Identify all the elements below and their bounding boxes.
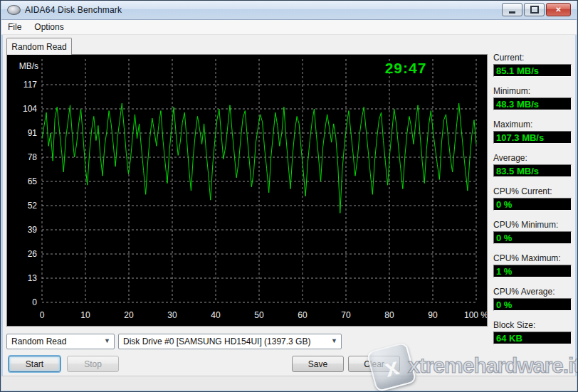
stat-label: CPU% Minimum: (493, 220, 572, 230)
tab-label: Random Read (11, 42, 66, 52)
svg-text:26: 26 (28, 249, 38, 259)
stat-group: Current:85.1 MB/s (493, 53, 572, 77)
stat-group: CPU% Minimum:0 % (493, 220, 572, 244)
svg-text:13: 13 (28, 273, 38, 283)
stop-button[interactable]: Stop (67, 356, 119, 372)
chart-gridlines (42, 59, 476, 302)
status-bar (1, 376, 577, 391)
stat-group: CPU% Average:0 % (493, 287, 572, 311)
stat-value-box: 48.3 MB/s (493, 97, 572, 110)
svg-text:70: 70 (341, 310, 351, 320)
close-button[interactable]: ✕ (546, 3, 571, 16)
stat-group: Minimum:48.3 MB/s (493, 86, 572, 110)
svg-text:65: 65 (28, 176, 38, 186)
window-title: AIDA64 Disk Benchmark (25, 5, 122, 15)
svg-text:60: 60 (298, 310, 308, 320)
svg-text:30: 30 (167, 310, 177, 320)
svg-text:117: 117 (23, 80, 37, 90)
svg-text:40: 40 (211, 310, 221, 320)
svg-text:0: 0 (40, 310, 45, 320)
disk-drive-value: Disk Drive #0 [SAMSUNG HD154UI] (1397.3 … (123, 337, 310, 346)
stat-value-box: 0 % (493, 198, 572, 211)
svg-text:90: 90 (428, 310, 438, 320)
benchmark-chart: MB/s117104917865523926130010203040506070… (7, 55, 487, 326)
maximize-icon (530, 6, 539, 14)
stat-label: CPU% Current: (493, 186, 572, 196)
save-button[interactable]: Save (292, 356, 344, 372)
app-disk-icon (7, 5, 21, 15)
stat-label: Current: (493, 53, 572, 63)
svg-text:78: 78 (28, 152, 38, 162)
title-bar[interactable]: AIDA64 Disk Benchmark ✕ (1, 1, 577, 20)
svg-text:0: 0 (32, 297, 37, 307)
close-icon: ✕ (555, 6, 561, 14)
menu-options[interactable]: Options (33, 21, 70, 34)
menu-bar: File Options (1, 20, 577, 35)
stat-group: Average:83.5 MB/s (493, 153, 572, 177)
stat-group: Maximum:107.3 MB/s (493, 120, 572, 144)
start-button[interactable]: Start (9, 356, 61, 372)
svg-text:52: 52 (28, 201, 38, 211)
stat-label: Average: (493, 153, 572, 163)
svg-text:50: 50 (254, 310, 264, 320)
svg-text:39: 39 (28, 225, 38, 235)
svg-text:91: 91 (28, 128, 38, 138)
maximize-button[interactable] (524, 3, 545, 16)
stat-label: CPU% Average: (493, 287, 572, 297)
stat-label: Minimum: (493, 86, 572, 96)
stat-label: CPU% Maximum: (493, 253, 572, 263)
stat-group: Block Size:64 KB (493, 320, 572, 344)
y-axis-unit: MB/s (19, 61, 38, 71)
svg-text:20: 20 (124, 310, 134, 320)
disk-drive-select[interactable]: Disk Drive #0 [SAMSUNG HD154UI] (1397.3 … (118, 334, 342, 349)
app-window: AIDA64 Disk Benchmark ✕ File Options Ran… (0, 0, 578, 392)
stat-label: Block Size: (493, 320, 572, 330)
stat-value-box: 64 KB (493, 332, 572, 344)
stat-group: CPU% Current:0 % (493, 186, 572, 211)
stat-label: Maximum: (493, 120, 572, 129)
minimize-button[interactable] (502, 3, 522, 16)
svg-text:100 %: 100 % (464, 310, 487, 320)
menu-file[interactable]: File (7, 21, 28, 34)
benchmark-chart-panel: MB/s117104917865523926130010203040506070… (6, 54, 488, 327)
stat-value-box: 107.3 MB/s (493, 131, 572, 144)
stat-value-box: 1 % (493, 265, 572, 277)
y-axis-labels: MB/s117104917865523926130 (19, 61, 38, 307)
svg-text:104: 104 (23, 104, 37, 114)
stat-value-box: 0 % (493, 231, 572, 244)
chevron-down-icon: ▼ (331, 337, 337, 344)
svg-text:80: 80 (384, 310, 394, 320)
minimize-icon (509, 11, 515, 14)
tab-random-read[interactable]: Random Read (6, 38, 72, 55)
stat-group: CPU% Maximum:1 % (493, 253, 572, 277)
x-axis-labels: 0102030405060708090100 % (40, 310, 487, 320)
benchmark-type-value: Random Read (11, 337, 66, 346)
clear-button[interactable]: Clear (348, 356, 400, 372)
stat-value-box: 85.1 MB/s (493, 64, 572, 77)
svg-text:10: 10 (80, 310, 90, 320)
watermark-text: xtremehardware.it (408, 354, 578, 378)
benchmark-type-select[interactable]: Random Read ▼ (6, 334, 115, 349)
stat-value-box: 83.5 MB/s (493, 164, 572, 177)
stat-value-box: 0 % (493, 298, 572, 311)
chevron-down-icon: ▼ (104, 337, 110, 344)
stats-panel: Current:85.1 MB/sMinimum:48.3 MB/sMaximu… (493, 53, 572, 354)
elapsed-time: 29:47 (359, 60, 452, 77)
